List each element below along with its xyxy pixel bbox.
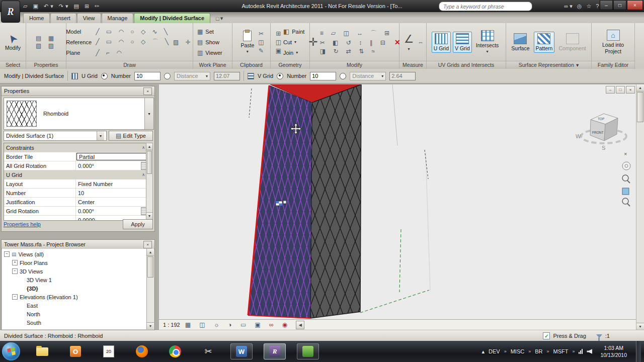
measure-button[interactable]: ∠ ▾ bbox=[402, 31, 416, 53]
draw-plane-tool-icons[interactable]: ╱ ⌐ ◠ bbox=[96, 49, 124, 56]
tower-mass[interactable] bbox=[248, 84, 361, 318]
modify-button[interactable]: ➤ Modify bbox=[3, 32, 23, 52]
scroll-down-icon[interactable]: ▼ bbox=[636, 323, 644, 330]
tree-item-east[interactable]: East bbox=[2, 301, 146, 310]
tray-label-msft[interactable]: MSFT bbox=[553, 348, 568, 354]
infocenter-search[interactable] bbox=[439, 2, 532, 11]
collapse-icon[interactable]: − bbox=[12, 294, 18, 300]
view-restore-icon[interactable]: □ bbox=[616, 86, 625, 94]
geometry-icon-2[interactable]: ◫ bbox=[276, 39, 281, 46]
tray-label-dev[interactable]: DEV bbox=[489, 348, 500, 354]
taskbar-chrome-button[interactable] bbox=[164, 343, 186, 359]
move-icon[interactable]: ✛ bbox=[308, 36, 317, 49]
intersects-dropdown-icon[interactable]: ▾ bbox=[487, 49, 489, 54]
scroll-up-icon[interactable]: ▲ bbox=[147, 249, 154, 256]
view-control-icons[interactable]: ▦ ◫ ☼ ◑ ▭ ▣ bbox=[185, 321, 264, 328]
u-distance-select[interactable]: Distance▾ bbox=[174, 72, 210, 80]
tree-item-north[interactable]: North bbox=[2, 310, 146, 318]
viewport-scrollbar[interactable]: ▲ ▼ bbox=[636, 84, 644, 330]
show-work-plane-button[interactable]: ▤ Show bbox=[197, 37, 230, 47]
draw-side-icons[interactable]: ▨ ✛ bbox=[173, 39, 193, 46]
v-distance-select[interactable]: Distance▾ bbox=[350, 72, 386, 80]
panel-dialog-launcher-icon[interactable]: ▾ bbox=[576, 61, 579, 69]
panel-label-uv-grids[interactable]: UV Grids and Intersects bbox=[427, 61, 506, 69]
element-filter-dropdown-icon[interactable]: ▾ bbox=[97, 131, 104, 140]
view-minimize-icon[interactable]: – bbox=[606, 86, 615, 94]
paste-button[interactable]: Paste ▾ bbox=[238, 29, 256, 55]
section-constraints[interactable]: Constraints ∧ bbox=[4, 143, 147, 152]
panel-label-surface-representation[interactable]: Surface Representation ▾ bbox=[506, 61, 591, 69]
join-button[interactable]: Join ▾ bbox=[283, 48, 304, 58]
viewcube[interactable]: W S TOP FRONT bbox=[576, 114, 626, 151]
properties-close-icon[interactable]: × bbox=[143, 87, 152, 95]
viewcube-front-label[interactable]: FRONT bbox=[592, 131, 603, 134]
taskbar-notes-button[interactable]: 20 bbox=[98, 343, 120, 359]
draw-reference-label[interactable]: Reference bbox=[66, 39, 93, 45]
tray-label-br[interactable]: BR bbox=[535, 348, 542, 354]
match-type-icon[interactable]: ✎ bbox=[259, 47, 264, 54]
measure-dropdown-icon[interactable]: ▾ bbox=[408, 47, 410, 51]
tab-home[interactable]: Home bbox=[23, 13, 50, 23]
drawing-area[interactable]: W S TOP FRONT × – □ × bbox=[159, 84, 636, 319]
viewcube-south-label[interactable]: S bbox=[602, 145, 605, 151]
component-button[interactable]: Component bbox=[556, 32, 588, 53]
property-row-border-tile[interactable]: Border Tile Partial bbox=[4, 152, 147, 161]
v-distance-radio[interactable] bbox=[340, 73, 346, 79]
intersects-button[interactable]: Intersects ▾ bbox=[474, 29, 501, 55]
u-number-radio[interactable] bbox=[101, 73, 108, 79]
section-collapse-icon[interactable]: ∧ bbox=[142, 145, 145, 150]
viewer-button[interactable]: ▥ Viewer bbox=[197, 48, 230, 58]
panel-label-clipboard[interactable]: Clipboard bbox=[232, 61, 270, 69]
help-toolbar-icons[interactable]: ∞▾ ◎ ☆ ?▾ bbox=[564, 3, 605, 9]
collapse-icon[interactable]: − bbox=[12, 268, 18, 274]
viewcube-west-label[interactable]: W bbox=[576, 133, 581, 139]
tab-view[interactable]: View bbox=[77, 13, 101, 23]
property-row-number[interactable]: Number 10 bbox=[4, 189, 147, 198]
tree-item-views-all[interactable]: − ▤ Views (all) bbox=[2, 250, 146, 258]
navigation-bar[interactable]: × bbox=[622, 151, 630, 206]
load-into-project-button[interactable]: ⌂ Load into Project bbox=[595, 28, 631, 55]
tree-item-3d-views[interactable]: − 3D Views bbox=[2, 267, 146, 276]
qat-icons[interactable]: ▱ ▣ ↶▾ ↷▾ ▤ ⊞ ✏ bbox=[23, 3, 102, 9]
taskbar-revit-button[interactable]: R bbox=[264, 343, 286, 359]
panel-label-geometry[interactable]: Geometry bbox=[271, 61, 309, 69]
element-filter-combo[interactable]: Divided Surface (1) ▾ bbox=[4, 131, 107, 141]
tree-item-elevations[interactable]: − Elevations (Elevation 1) bbox=[2, 293, 146, 301]
scroll-left-icon[interactable]: ◀ bbox=[296, 321, 304, 329]
scroll-thumb[interactable] bbox=[147, 151, 152, 174]
copy-to-clipboard-icon[interactable]: ◫ bbox=[258, 39, 264, 46]
tree-item-floor-plans[interactable]: + Floor Plans bbox=[2, 258, 146, 267]
properties-scrollbar[interactable]: ▲ ▼ bbox=[146, 143, 153, 220]
zoom-icon[interactable] bbox=[622, 175, 628, 181]
type-selector-dropdown-icon[interactable]: ▾ bbox=[144, 98, 153, 129]
scroll-down-icon[interactable]: ▼ bbox=[146, 212, 152, 219]
tree-item-3d[interactable]: {3D} bbox=[2, 284, 146, 293]
pattern-button[interactable]: Pattern bbox=[534, 32, 555, 53]
join-dropdown-icon[interactable]: ▾ bbox=[296, 50, 298, 55]
scroll-up-icon[interactable]: ▲ bbox=[636, 84, 644, 92]
scroll-down-icon[interactable]: ▼ bbox=[147, 322, 154, 329]
quick-access-toolbar[interactable]: ▱ ▣ ↶▾ ↷▾ ▤ ⊞ ✏ bbox=[23, 3, 102, 10]
property-row-justification[interactable]: Justification Center bbox=[4, 198, 147, 207]
draw-plane-label[interactable]: Plane bbox=[66, 50, 93, 56]
tray-chevron-icon[interactable]: » bbox=[546, 349, 549, 354]
geometry-icon-1[interactable]: ⊞ bbox=[276, 30, 281, 37]
scroll-up-icon[interactable]: ▲ bbox=[146, 143, 152, 150]
tab-manage[interactable]: Manage bbox=[102, 13, 134, 23]
paint-button[interactable]: ◧ Paint bbox=[283, 27, 304, 37]
taskbar-clock[interactable]: 1:03 AM 10/13/2010 bbox=[600, 344, 627, 358]
modify-tools-row3[interactable]: ◨ ↻ ⇄ ⇅ ≈ bbox=[320, 48, 392, 55]
panel-label-select[interactable]: Select bbox=[0, 61, 26, 69]
properties-help-link[interactable]: Properties help bbox=[4, 221, 41, 227]
draw-reference-tool-icons[interactable]: ╱ ▭ ◠ ○ ◇ ⌒ ╲ bbox=[96, 38, 171, 46]
draw-model-label[interactable]: Model bbox=[66, 29, 93, 35]
aligned-dimension-icon[interactable]: ⇔ bbox=[418, 39, 424, 46]
panel-label-family-editor[interactable]: Family Editor bbox=[592, 61, 634, 69]
orbit-icon[interactable] bbox=[622, 188, 629, 195]
property-row-grid-rotation[interactable]: Grid Rotation 0.000° bbox=[4, 207, 147, 216]
scroll-thumb[interactable] bbox=[637, 92, 643, 122]
close-button[interactable]: × bbox=[627, 0, 643, 10]
viewcube-top-label[interactable]: TOP bbox=[598, 117, 604, 121]
ribbon-minimize-control[interactable]: □ ▾ bbox=[214, 14, 226, 23]
tab-modify-divided-surface[interactable]: Modify | Divided Surface bbox=[134, 13, 210, 23]
